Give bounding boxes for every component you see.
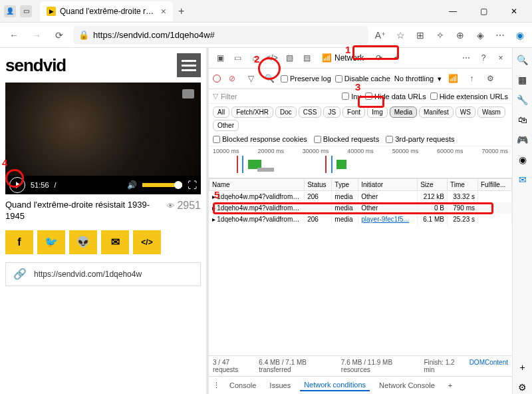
add-tab-icon[interactable]: + [389,51,404,65]
share-facebook-button[interactable]: f [5,230,33,254]
filter-type-img[interactable]: Img [367,106,388,118]
tab-actions-icon[interactable]: ▦ [516,73,529,87]
volume-slider[interactable] [142,183,182,187]
filter-type-manifest[interactable]: Manifest [419,106,454,118]
copilot-icon[interactable]: ◉ [513,29,527,42]
favorite-icon[interactable]: ☆ [394,29,407,42]
more-tabs-icon[interactable]: ⟳ [372,51,386,65]
outlook-icon[interactable]: ✉ [516,173,529,186]
blocked-cookies-checkbox[interactable]: Blocked response cookies [213,135,307,143]
minimize-button[interactable]: — [442,7,464,16]
settings-icon[interactable]: ⋯ [493,29,507,42]
drawer-toggle-icon[interactable]: ⋮ [213,381,220,390]
shopping-icon[interactable]: 🛍 [516,113,529,126]
throttling-select[interactable]: No throttling [394,75,434,83]
extensions-icon[interactable]: ⊕ [454,29,467,42]
share-link-box[interactable]: 🔗 https://sendvid.com/1dqeho4w [5,262,201,286]
url-input[interactable]: 🔒 https://sendvid.com/1dqeho4w# [73,26,368,45]
import-icon[interactable]: ↑ [464,71,479,86]
filter-type-wasm[interactable]: Wasm [477,106,505,118]
console-icon[interactable]: ▤ [299,51,314,65]
blocked-requests-checkbox[interactable]: Blocked requests [314,135,379,143]
share-link-text: https://sendvid.com/1dqeho4w [34,270,142,279]
filter-type-other[interactable]: Other [213,120,239,131]
sources-icon[interactable]: ▧ [282,51,297,65]
record-icon[interactable] [213,75,221,83]
refresh-button[interactable]: ⟳ [51,27,68,44]
filter-toggle-icon[interactable]: ▽ [243,71,258,86]
col-status[interactable]: Status [305,179,332,191]
filter-type-font[interactable]: Font [342,106,365,118]
drawer-tab-issues[interactable]: Issues [265,380,295,391]
tabs-icon[interactable]: ▭ [20,5,32,17]
col-type[interactable]: Type [332,179,358,191]
col-name[interactable]: Name [209,179,305,191]
games-icon[interactable]: 🎮 [516,133,529,146]
sendvid-logo[interactable]: sendvid [5,55,66,76]
filter-type-ws[interactable]: WS [456,106,475,118]
new-tab-button[interactable]: + [173,3,190,20]
filter-type-media[interactable]: Media [390,106,417,118]
collections-icon[interactable]: ✧ [434,29,447,42]
add-sidebar-icon[interactable]: + [516,361,529,374]
help-icon[interactable]: ? [476,51,491,65]
split-icon[interactable]: ⊞ [414,29,427,42]
gear-icon[interactable]: ⚙ [483,71,497,86]
close-tab-icon[interactable]: × [161,6,166,17]
m365-icon[interactable]: ◉ [516,153,529,166]
fullscreen-icon[interactable]: ⛶ [188,180,197,190]
third-party-checkbox[interactable]: 3rd-party requests [386,135,454,143]
filter-type-doc[interactable]: Doc [275,106,297,118]
filter-input[interactable]: ▽Filter [213,92,237,100]
hide-extension-urls-checkbox[interactable]: Hide extension URLs [430,93,508,100]
filter-type-fetch-xhr[interactable]: Fetch/XHR [231,106,273,118]
video-player[interactable]: 51:56 / ⛶ [5,83,201,194]
volume-icon[interactable] [127,180,137,190]
more-icon[interactable]: ⋯ [459,51,473,65]
filter-type-css[interactable]: CSS [299,106,322,118]
network-cond-icon[interactable]: 📶 [446,71,460,86]
embed-button[interactable]: </> [133,230,161,254]
drawer-tab-console[interactable]: Console [225,380,260,391]
filter-type-all[interactable]: All [213,106,229,118]
maximize-button[interactable]: ▢ [472,7,495,16]
sidebar-settings-icon[interactable]: ⚙ [516,381,529,394]
elements-icon[interactable]: </> [265,51,279,65]
profile-icon[interactable]: 👤 [4,5,16,17]
preserve-log-checkbox[interactable]: Preserve log [281,75,331,83]
hide-data-urls-checkbox[interactable]: Hide data URLs [365,93,426,100]
read-aloud-icon[interactable]: A⁺ [374,29,387,42]
table-row[interactable]: ▸ 1dqeho4w.mp4?validfrom=...206mediaplay… [209,214,512,225]
filter-type-js[interactable]: JS [323,106,340,118]
shield-icon[interactable]: ◈ [473,29,487,42]
drawer-tab-network-conditions[interactable]: Network conditions [300,379,370,391]
share-twitter-button[interactable]: 🐦 [37,230,65,254]
col-fulfille...[interactable]: Fulfille... [478,179,512,191]
drawer-tab-network-console[interactable]: Network Console [375,380,439,391]
search-icon[interactable]: 🔍 [262,71,277,86]
device-toggle-icon[interactable]: ▭ [230,51,245,65]
share-reddit-button[interactable]: 👽 [69,230,97,254]
search-sidebar-icon[interactable]: 🔍 [516,53,529,67]
tab-network[interactable]: 📶 Network [317,52,369,64]
invert-checkbox[interactable]: Inv [342,93,361,100]
play-button[interactable] [9,177,25,193]
add-drawer-tab[interactable]: + [444,380,456,391]
close-window-button[interactable]: ✕ [503,7,525,16]
table-row[interactable]: ▸ 1dqeho4w.mp4?validfrom=...mediaOther0 … [209,202,512,214]
back-button[interactable]: ← [5,27,23,44]
browser-tab[interactable]: ▶ Quand l'extrême-droite résistait × [40,1,173,21]
disable-cache-checkbox[interactable]: Disable cache [335,75,390,83]
network-table[interactable]: NameStatusTypeInitiatorSizeTimeFulfille.… [209,178,512,355]
col-time[interactable]: Time [447,179,477,191]
clear-icon[interactable]: ⊘ [225,71,239,86]
col-size[interactable]: Size [418,179,448,191]
col-initiator[interactable]: Initiator [358,179,418,191]
tools-icon[interactable]: 🔧 [516,93,529,106]
inspect-icon[interactable]: ▣ [213,51,227,65]
share-email-button[interactable]: ✉ [101,230,129,254]
table-row[interactable]: ▸ 1dqeho4w.mp4?validfrom=...206mediaOthe… [209,191,512,203]
hamburger-menu-icon[interactable] [177,53,201,77]
network-timeline[interactable]: 10000 ms20000 ms30000 ms40000 ms50000 ms… [209,146,512,178]
close-devtools-icon[interactable]: × [493,51,508,65]
